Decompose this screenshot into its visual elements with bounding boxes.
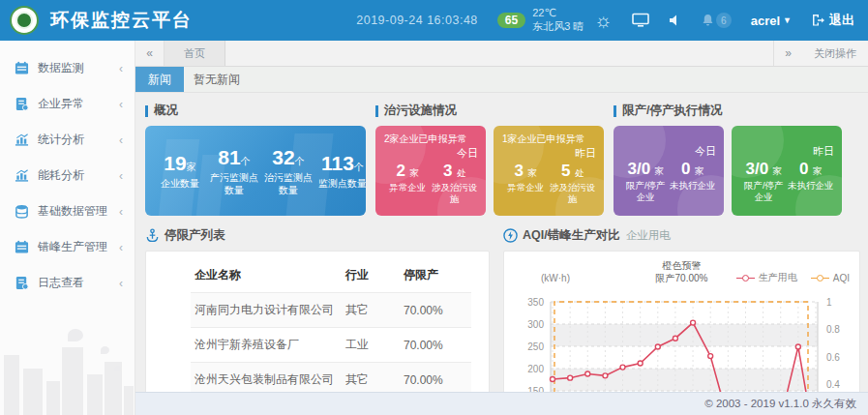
weather-widget: 65 22℃ 东北风3 晴 ☼ xyxy=(497,7,613,34)
svg-text:150: 150 xyxy=(527,386,544,393)
sidebar-item-base-data[interactable]: 基础数据管理 ‹ xyxy=(0,193,135,229)
datetime: 2019-09-24 16:03:48 xyxy=(356,14,478,27)
sidebar: 数据监测 ‹ 企业异常 ‹ 统计分析 ‹ 能耗分析 ‹ 基础数据管理 ‹ xyxy=(0,41,135,415)
stat-label: 产污监测点数量 xyxy=(207,171,261,196)
chevron-left-icon: ‹ xyxy=(119,241,123,254)
database-icon xyxy=(15,204,29,219)
anchor-icon xyxy=(145,228,160,243)
stat-label: 治污监测点数量 xyxy=(261,171,315,196)
stat-value: 32 xyxy=(272,146,294,168)
aqi-line-chart[interactable]: 35030025020015010010.80.60.40.2 xyxy=(506,288,851,392)
restriction-card-today: 今日 3/0 家 限产/停产企业 0 家 未执行企业 xyxy=(614,126,724,216)
line-marker-icon xyxy=(736,275,755,282)
section-title-treatment: 治污设施情况 xyxy=(384,103,457,119)
cell-enterprise-name: 河南同力电力设计有限公司 xyxy=(191,293,342,328)
table-row[interactable]: 沧州宇新养殖设备厂 工业 70.00% xyxy=(191,328,471,363)
restriction-section: 限产/停产执行情况 今日 3/0 家 限产/停产企业 xyxy=(614,103,842,216)
shutdown-list-panel: 企业名称 行业 停限产 河南同力电力设计有限公司 其它 70.00% xyxy=(145,251,490,392)
legend-aqi[interactable]: AQI xyxy=(811,273,850,283)
card-period: 今日 xyxy=(384,146,478,161)
aqi-badge: 65 xyxy=(497,13,525,28)
col-industry: 行业 xyxy=(342,261,400,293)
stat-unit: 家 xyxy=(813,165,823,176)
aqi-chart-panel: (kW·h) 橙色预警 限产70.00% 生产用电 xyxy=(503,251,860,392)
tabs-scroll-right-icon[interactable]: » xyxy=(773,41,802,66)
stat-restricted-enterprises: 3/0 家 限产/停产企业 xyxy=(622,160,670,203)
svg-text:300: 300 xyxy=(527,319,544,330)
stat-unit: 家 xyxy=(409,167,419,178)
sidebar-item-enterprise-anomaly[interactable]: 企业异常 ‹ xyxy=(0,86,135,122)
stat-pollution-points: 81个 产污监测点数量 xyxy=(207,146,261,196)
chevron-left-icon: ‹ xyxy=(119,62,123,75)
chevron-left-icon: ‹ xyxy=(119,169,123,183)
section-subtitle-power: 企业用电 xyxy=(626,228,671,243)
news-button[interactable]: 新闻 xyxy=(135,67,184,92)
card-headline: 2家企业已申报异常 xyxy=(384,133,478,146)
table-row[interactable]: 河南同力电力设计有限公司 其它 70.00% xyxy=(191,293,471,328)
chevron-left-icon: ‹ xyxy=(119,277,123,290)
bell-icon xyxy=(702,14,714,27)
news-text: 暂无新闻 xyxy=(194,72,240,88)
sidebar-item-peak-production[interactable]: 错峰生产管理 ‹ xyxy=(0,229,135,265)
lightning-circle-icon xyxy=(503,228,518,243)
cell-restriction: 70.00% xyxy=(400,328,471,363)
aqi-chart-section: AQI/错峰生产对比 企业用电 (kW·h) 橙色预警 限产70.00% xyxy=(503,227,860,392)
clipboard-icon xyxy=(15,97,29,111)
sidebar-item-data-monitoring[interactable]: 数据监测 ‹ xyxy=(0,50,135,86)
stat-unit: 家 xyxy=(187,162,196,172)
table-row[interactable]: 沧州天兴包装制品有限公司 其它 70.00% xyxy=(191,363,471,393)
wind: 东北风3 xyxy=(532,20,570,32)
calendar-icon xyxy=(15,240,29,254)
card-headline: 1家企业已申报异常 xyxy=(502,133,596,146)
line-marker-icon xyxy=(811,275,829,282)
treatment-section: 治污设施情况 2家企业已申报异常 今日 2 家 异常企业 xyxy=(375,103,604,216)
user-menu[interactable]: acrel ▼ xyxy=(751,14,792,28)
cell-industry: 其它 xyxy=(342,293,400,328)
card-period: 昨日 xyxy=(502,146,596,161)
monitor-icon[interactable] xyxy=(632,13,649,28)
close-operations-button[interactable]: 关闭操作 xyxy=(802,41,868,66)
stat-label: 涉及治污设施 xyxy=(432,182,479,205)
logout-label: 退出 xyxy=(829,12,854,29)
stat-abnormal-enterprises: 3 家 异常企业 xyxy=(502,162,550,205)
stat-nonexecuting-enterprises: 0 家 未执行企业 xyxy=(670,160,717,203)
chevron-left-icon: ‹ xyxy=(119,205,123,219)
restriction-card-yesterday: 昨日 3/0 家 限产/停产企业 0 家 未执行企业 xyxy=(732,126,842,216)
speaker-icon[interactable] xyxy=(669,14,682,27)
stat-label: 异常企业 xyxy=(502,182,550,193)
chart-legend: 生产用电 AQI xyxy=(736,271,850,284)
chevron-left-icon: ‹ xyxy=(119,98,123,111)
app-title: 环保监控云平台 xyxy=(50,8,193,33)
tab-home[interactable]: 首页 xyxy=(165,41,225,66)
bar-chart-icon xyxy=(15,168,29,183)
card-period: 今日 xyxy=(622,144,716,159)
weather-text: 22℃ 东北风3 晴 xyxy=(532,7,584,34)
sidebar-item-label: 企业异常 xyxy=(38,96,119,112)
chevron-left-icon: ‹ xyxy=(119,133,123,147)
clipboard-icon xyxy=(15,276,29,290)
tabs-scroll-left-icon[interactable]: « xyxy=(135,41,165,66)
stat-label: 企业数量 xyxy=(153,177,207,190)
temperature: 22℃ xyxy=(532,7,556,18)
legend-production[interactable]: 生产用电 xyxy=(736,271,797,284)
stat-facilities-involved: 3 处 涉及治污设施 xyxy=(432,162,479,205)
sidebar-item-log-view[interactable]: 日志查看 ‹ xyxy=(0,265,135,301)
table-header-row: 企业名称 行业 停限产 xyxy=(191,261,471,293)
sidebar-item-energy-analysis[interactable]: 能耗分析 ‹ xyxy=(0,158,135,193)
city-skyline-watermark xyxy=(0,323,135,415)
stat-value: 113 xyxy=(321,152,354,174)
stat-value: 3 xyxy=(515,162,524,180)
logout-button[interactable]: 退出 xyxy=(811,12,854,29)
notifications[interactable]: 6 xyxy=(702,13,732,28)
sidebar-item-label: 基础数据管理 xyxy=(38,203,119,220)
cell-enterprise-name: 沧州宇新养殖设备厂 xyxy=(191,328,342,363)
stat-label: 涉及治污设施 xyxy=(550,182,597,205)
treatment-card-yesterday: 1家企业已申报异常 昨日 3 家 异常企业 5 处 涉及治污设施 xyxy=(494,126,604,216)
dashboard-content: 概况 19家 企业数量 81个 产污监测点数量 xyxy=(135,93,868,392)
sidebar-item-label: 能耗分析 xyxy=(38,167,119,184)
legend-label: 生产用电 xyxy=(759,271,797,284)
section-title-shutdown-list: 停限产列表 xyxy=(165,227,225,244)
stat-unit: 个 xyxy=(295,156,305,166)
sidebar-item-statistics[interactable]: 统计分析 ‹ xyxy=(0,122,135,158)
sidebar-item-label: 错峰生产管理 xyxy=(38,239,119,255)
